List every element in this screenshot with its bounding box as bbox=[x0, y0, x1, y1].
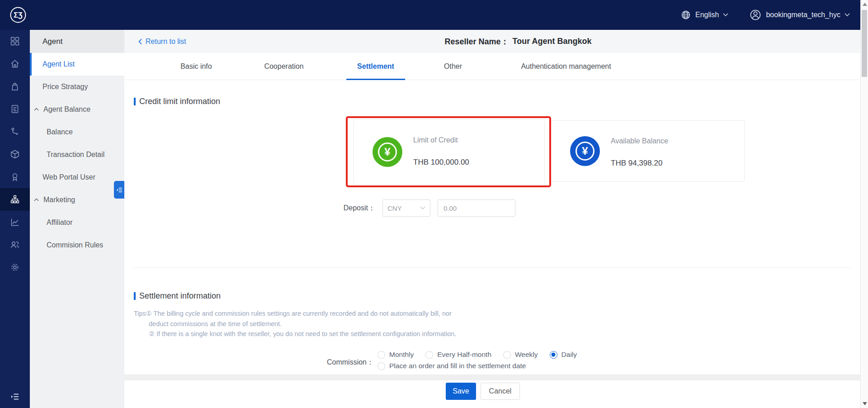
rail-item-rewards[interactable] bbox=[0, 166, 30, 188]
sidebar-item-label: Marketing bbox=[43, 196, 75, 204]
commission-options-row: Monthly Every Half-month Weekly Daily bbox=[377, 351, 577, 359]
collapse-menu-icon bbox=[9, 391, 20, 402]
radio-daily[interactable]: Daily bbox=[550, 351, 577, 359]
vertical-scrollbar[interactable] bbox=[860, 0, 868, 408]
user-menu[interactable]: bookingmeta_tech_hyc bbox=[749, 9, 850, 21]
card-value: THB 100,000.00 bbox=[413, 158, 469, 167]
chevron-down-icon bbox=[420, 206, 425, 210]
sidebar-item-affiliator[interactable]: Affiliator bbox=[30, 211, 124, 234]
topbar: ΣƷ English bookingmeta_tec bbox=[0, 0, 868, 30]
radio-monthly[interactable]: Monthly bbox=[377, 351, 414, 359]
radio-circle bbox=[425, 351, 433, 359]
sidebar-item-label: Agent Balance bbox=[43, 105, 90, 114]
radio-weekly[interactable]: Weekly bbox=[503, 351, 538, 359]
sidebar-item-web-portal-user[interactable]: Web Portal User bbox=[30, 166, 124, 189]
rail-item-dashboard[interactable] bbox=[0, 30, 30, 52]
sidebar-item-label: Transaction Detail bbox=[47, 151, 104, 159]
globe-icon bbox=[680, 9, 691, 20]
deposit-currency-value: CNY bbox=[387, 204, 402, 212]
sidebar-item-agent-list[interactable]: Agent List bbox=[30, 53, 124, 76]
sidebar-item-label: Balance bbox=[47, 128, 73, 136]
home-icon bbox=[9, 58, 20, 69]
radio-circle bbox=[377, 362, 385, 370]
app-window: ΣƷ English bookingmeta_tec bbox=[0, 0, 868, 408]
sidebar: Agent Agent List Price Stratagy Agent Ba… bbox=[30, 30, 124, 408]
radio-circle bbox=[503, 351, 511, 359]
user-avatar-icon bbox=[749, 9, 762, 21]
card-label: Limit of Credit bbox=[413, 136, 458, 144]
radio-label: Daily bbox=[561, 351, 577, 359]
rail-item-settings[interactable] bbox=[0, 256, 30, 279]
reseller-name-value: Tour Agent Bangkok bbox=[513, 37, 592, 46]
yen-circle-icon: ¥ bbox=[373, 137, 402, 167]
sidebar-item-label: Web Portal User bbox=[42, 173, 95, 181]
sidebar-item-label: Agent List bbox=[42, 60, 75, 68]
tip-line: deduct commissions at the time of settle… bbox=[134, 319, 456, 329]
sidebar-item-label: Price Stratagy bbox=[42, 83, 88, 91]
sidebar-item-label: Commision Rules bbox=[47, 241, 103, 249]
medal-icon bbox=[9, 171, 20, 182]
scroll-up-arrow[interactable] bbox=[863, 3, 867, 6]
rail-item-products[interactable] bbox=[0, 75, 30, 98]
username-label: bookingmeta_tech_hyc bbox=[766, 11, 840, 19]
rail-item-packages[interactable] bbox=[0, 143, 30, 166]
scroll-down-arrow[interactable] bbox=[863, 402, 867, 405]
yen-circle-icon: ¥ bbox=[570, 136, 600, 166]
deposit-amount-input[interactable] bbox=[438, 199, 515, 217]
reseller-name-heading: Reseller Name： Tour Agent Bangkok bbox=[444, 30, 591, 53]
package-icon bbox=[9, 149, 20, 160]
footer-divider-strip bbox=[124, 375, 860, 380]
radio-place-order-settlement-date[interactable]: Place an order and fill in the settlemen… bbox=[377, 362, 526, 370]
shopping-bag-icon bbox=[9, 81, 20, 92]
tab-settlement[interactable]: Settlement bbox=[346, 53, 405, 80]
commission-options-row: Place an order and fill in the settlemen… bbox=[377, 362, 526, 370]
sidebar-group-marketing[interactable]: Marketing bbox=[30, 189, 124, 211]
rail-item-agent[interactable] bbox=[0, 188, 30, 211]
brand-logo[interactable]: ΣƷ bbox=[9, 6, 27, 24]
chevron-left-icon bbox=[138, 38, 142, 45]
rail-item-distribution[interactable] bbox=[0, 120, 30, 143]
deposit-currency-select[interactable]: CNY bbox=[382, 199, 430, 217]
return-link-label: Return to list bbox=[146, 38, 186, 46]
sidebar-item-commision-rules[interactable]: Commision Rules bbox=[30, 234, 124, 256]
sidebar-item-balance[interactable]: Balance bbox=[30, 121, 124, 143]
commission-label: Commission： bbox=[298, 351, 374, 374]
section-divider bbox=[134, 267, 851, 268]
tab-other[interactable]: Other bbox=[433, 53, 473, 80]
rail-collapse-button[interactable] bbox=[0, 386, 30, 407]
page-header: Return to list Reseller Name： Tour Agent… bbox=[124, 30, 860, 53]
footer-bar: Save Cancel bbox=[124, 380, 860, 408]
language-selector[interactable]: English bbox=[680, 9, 728, 20]
settlement-section-title: Settlement information bbox=[134, 291, 221, 301]
radio-label: Place an order and fill in the settlemen… bbox=[389, 362, 526, 370]
sidebar-item-transaction-detail[interactable]: Transaction Detail bbox=[30, 143, 124, 166]
tab-basic-info[interactable]: Basic info bbox=[170, 53, 222, 80]
save-button[interactable]: Save bbox=[446, 383, 476, 400]
language-label: English bbox=[695, 11, 719, 19]
scrollbar-thumb[interactable] bbox=[862, 10, 867, 77]
radio-label: Monthly bbox=[389, 351, 414, 359]
radio-every-half-month[interactable]: Every Half-month bbox=[425, 351, 491, 359]
tip-line: Tips① The billing cycle and commission r… bbox=[134, 308, 456, 319]
return-to-list-link[interactable]: Return to list bbox=[138, 30, 186, 53]
route-icon bbox=[9, 126, 20, 137]
brand-logo-icon: ΣƷ bbox=[9, 6, 27, 24]
radio-label: Weekly bbox=[515, 351, 538, 359]
rail-item-customers[interactable] bbox=[0, 233, 30, 256]
rail-item-orders[interactable] bbox=[0, 98, 30, 120]
tab-authentication-management[interactable]: Authentication management bbox=[510, 53, 622, 80]
grid-icon bbox=[9, 36, 20, 47]
yen-symbol: ¥ bbox=[378, 142, 397, 161]
sidebar-collapse-toggle[interactable] bbox=[114, 181, 124, 199]
main-content: Return to list Reseller Name： Tour Agent… bbox=[124, 30, 860, 408]
rail-item-reports[interactable] bbox=[0, 211, 30, 233]
sidebar-title: Agent bbox=[30, 30, 124, 53]
credit-section-title: Credit limit information bbox=[134, 97, 220, 106]
tab-bar: Basic info Cooperation Settlement Other … bbox=[124, 53, 860, 80]
rail-item-home[interactable] bbox=[0, 52, 30, 75]
sidebar-item-price-stratagy[interactable]: Price Stratagy bbox=[30, 76, 124, 98]
tip-line: ② If there is a single knot with the res… bbox=[134, 329, 456, 339]
tab-cooperation[interactable]: Cooperation bbox=[253, 53, 314, 80]
sidebar-group-agent-balance[interactable]: Agent Balance bbox=[30, 98, 124, 121]
cancel-button[interactable]: Cancel bbox=[481, 383, 520, 400]
